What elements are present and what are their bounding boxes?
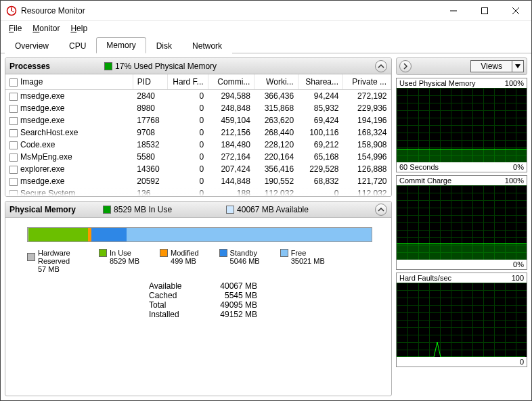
legend-mod-label: Modified [171, 249, 199, 257]
membar-inuse [28, 228, 88, 241]
legend-inuse-icon [99, 249, 107, 257]
stat-total-label: Total [149, 300, 203, 310]
views-dropdown-button[interactable] [512, 60, 524, 72]
table-row[interactable]: msedge.exe89800248,848315,86885,932229,9… [5, 102, 391, 114]
legend-hw-val: 57 MB [38, 265, 79, 273]
menu-help[interactable]: Help [66, 22, 91, 34]
membar-free [127, 228, 372, 241]
col-private[interactable]: Private ... [343, 74, 391, 90]
menu-file[interactable]: File [5, 22, 26, 34]
table-row[interactable]: msedge.exe28400294,588366,43694,244272,1… [5, 90, 391, 103]
svg-rect-2 [482, 7, 488, 14]
chart-canvas [397, 185, 527, 260]
triangle-down-icon [515, 64, 520, 69]
col-shareable[interactable]: Sharea... [298, 74, 342, 90]
row-checkbox[interactable] [9, 117, 18, 125]
row-checkbox[interactable] [9, 166, 18, 174]
physical-memory-header[interactable]: Physical Memory 8529 MB In Use 40067 MB … [5, 202, 391, 218]
processes-panel: Processes 17% Used Physical Memory [5, 57, 392, 197]
chart-fill [397, 244, 527, 260]
table-row[interactable]: msedge.exe205920144,848190,55268,832121,… [5, 175, 391, 187]
views-button[interactable]: Views [470, 60, 512, 72]
legend-standby-label: Standby [230, 249, 257, 257]
chart-title: Commit Charge [399, 176, 451, 185]
chart-max: 100% [505, 176, 524, 185]
stat-installed-value: 49152 MB [203, 310, 257, 319]
stat-available-value: 40067 MB [203, 281, 257, 291]
avail-chip-label: 40067 MB Available [237, 205, 309, 214]
chart-commit-charge: Commit Charge100%0% [396, 175, 527, 270]
charts-column: Views Used Physical Memory100%60 Seconds… [396, 57, 527, 396]
chart-fill [397, 149, 527, 162]
stat-available-label: Available [149, 281, 203, 291]
used-mem-icon [104, 62, 112, 70]
tab-network[interactable]: Network [182, 38, 232, 53]
col-working[interactable]: Worki... [254, 74, 298, 90]
row-checkbox[interactable] [9, 154, 18, 162]
chart-line [397, 243, 527, 244]
chart-max: 100% [505, 79, 524, 87]
processes-table: Image PID Hard F... Commi... Worki... Sh… [5, 74, 391, 196]
row-checkbox[interactable] [9, 129, 18, 137]
legend-standby-icon [219, 249, 227, 257]
menu-monitor[interactable]: Monitor [28, 22, 64, 34]
row-checkbox[interactable] [9, 93, 18, 101]
row-checkbox[interactable] [9, 141, 18, 149]
collapse-physical-button[interactable] [375, 204, 387, 216]
tab-memory[interactable]: Memory [96, 37, 146, 53]
titlebar: Resource Monitor [1, 1, 531, 21]
col-commit[interactable]: Commi... [208, 74, 254, 90]
chart-max: 100 [512, 274, 524, 282]
checkbox-all[interactable] [9, 78, 18, 87]
row-checkbox[interactable] [9, 178, 18, 186]
legend-free-icon [280, 249, 288, 257]
memory-legend: Hardware Reserved57 MB In Use8529 MB Mod… [27, 249, 383, 273]
legend-hw-label: Hardware Reserved [38, 249, 79, 265]
window-title: Resource Monitor [21, 6, 85, 16]
col-image[interactable]: Image [5, 74, 133, 90]
avail-chip-icon [226, 206, 234, 214]
inuse-chip-label: 8529 MB In Use [114, 205, 172, 214]
row-checkbox[interactable] [9, 105, 18, 113]
processes-title: Processes [9, 62, 50, 71]
close-button[interactable] [500, 1, 531, 21]
chart-footer-left: 60 Seconds [399, 163, 439, 171]
collapse-processes-button[interactable] [375, 60, 387, 72]
app-icon [6, 5, 17, 16]
col-hardfaults[interactable]: Hard F... [167, 74, 208, 90]
legend-mod-val: 499 MB [171, 257, 199, 265]
legend-mod-icon [160, 249, 168, 257]
stat-total-value: 49095 MB [203, 300, 257, 310]
chart-spike [397, 283, 525, 357]
table-row[interactable]: SearchHost.exe97080212,156268,440100,116… [5, 126, 391, 139]
processes-header[interactable]: Processes 17% Used Physical Memory [5, 58, 391, 74]
memory-bar [27, 227, 372, 242]
minimize-button[interactable] [438, 1, 469, 21]
maximize-button[interactable] [469, 1, 500, 21]
processes-table-container: Image PID Hard F... Commi... Worki... Sh… [5, 74, 391, 196]
table-row[interactable]: explorer.exe143600207,424356,416229,5281… [5, 163, 391, 175]
table-row[interactable]: MsMpEng.exe55800272,164220,16465,168154,… [5, 151, 391, 163]
chevron-up-icon [378, 63, 384, 70]
legend-hw-icon [27, 253, 35, 261]
expand-charts-button[interactable] [399, 60, 412, 72]
tab-overview[interactable]: Overview [5, 38, 59, 53]
table-row[interactable]: Code.exe185320184,480228,12069,212158,90… [5, 139, 391, 151]
stat-installed-label: Installed [149, 310, 203, 319]
membar-standby [91, 228, 127, 241]
chart-hard-faults-sec: Hard Faults/sec1000 [396, 273, 527, 367]
legend-inuse-label: In Use [110, 249, 131, 257]
content-area: Processes 17% Used Physical Memory [1, 53, 531, 400]
table-row[interactable]: msedge.exe177680459,104263,62069,424194,… [5, 114, 391, 126]
memory-stats: Available40067 MB Cached5545 MB Total490… [149, 281, 383, 319]
legend-standby-val: 5046 MB [230, 257, 260, 265]
chart-footer-right: 0 [520, 358, 524, 366]
tab-cpu[interactable]: CPU [59, 38, 96, 53]
charts-header: Views [396, 57, 527, 75]
menubar: File Monitor Help [1, 21, 531, 36]
tab-disk[interactable]: Disk [146, 38, 182, 53]
used-mem-label: 17% Used Physical Memory [115, 62, 217, 71]
col-pid[interactable]: PID [133, 74, 167, 90]
chart-canvas [397, 88, 527, 162]
legend-inuse-val: 8529 MB [110, 257, 139, 265]
